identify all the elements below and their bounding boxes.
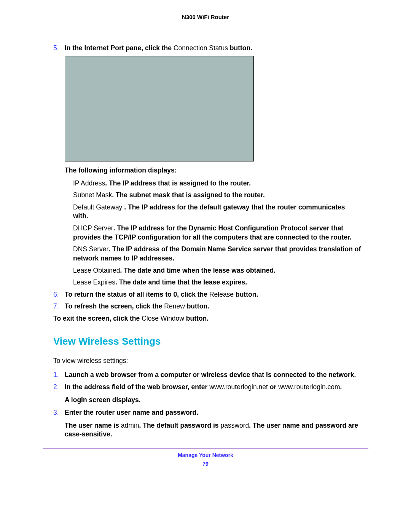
page-header-title: N300 WiFi Router	[38, 13, 373, 21]
step-number: 6.	[53, 290, 59, 299]
desc: . The subnet mask that is assigned to th…	[112, 191, 265, 199]
procedure-list-b: 1. Launch a web browser from a computer …	[53, 371, 362, 439]
exit-text: To exit the screen, click the	[53, 315, 142, 322]
desc: . The date and time that the lease expir…	[115, 278, 247, 286]
footer-divider	[43, 448, 368, 449]
bullet-dhcp: DHCP Server. The IP address for the Dyna…	[73, 224, 362, 242]
step-note: The user name is admin. The default pass…	[65, 421, 362, 439]
bullet-dns: DNS Server. The IP address of the Domain…	[73, 245, 362, 263]
exit-text: button.	[186, 315, 209, 322]
step-text: Launch a web browser from a computer or …	[65, 371, 356, 379]
term: DHCP Server	[73, 224, 113, 232]
desc: . The IP address that is assigned to the…	[105, 179, 251, 187]
desc: . The IP address of the Domain Name Serv…	[73, 245, 361, 262]
bullet-ip: IP Address. The IP address that is assig…	[73, 179, 362, 188]
step-text: user name and password.	[116, 409, 198, 416]
step-number: 7.	[53, 302, 59, 311]
note-text: password	[220, 422, 249, 429]
step-number: 5.	[53, 44, 59, 53]
step-text: Enter the router	[65, 409, 116, 416]
exit-instruction: To exit the screen, click the Close Wind…	[53, 314, 362, 323]
bullet-lease-expires: Lease Expires. The date and time that th…	[73, 278, 362, 287]
step-1: 1. Launch a web browser from a computer …	[53, 371, 362, 380]
screenshot-placeholder	[65, 56, 254, 161]
step-text: button.	[230, 44, 252, 52]
procedure-list-a: 5. In the Internet Port pane, click the …	[53, 44, 362, 311]
step-text: or	[270, 383, 278, 391]
step-3: 3. Enter the router user name and passwo…	[53, 408, 362, 439]
step-text: www.routerlogin.net	[209, 383, 270, 391]
step-text: .	[340, 383, 342, 391]
step-number: 2.	[53, 383, 59, 392]
info-bullets: IP Address. The IP address that is assig…	[73, 179, 362, 287]
bullet-gateway: Default Gateway . The IP address for the…	[73, 203, 362, 221]
step-text: Renew	[164, 302, 186, 310]
term: DNS Server	[73, 245, 108, 253]
term: Default Gateway	[73, 203, 124, 211]
step-text: In the address field of the web browser,	[65, 383, 191, 391]
page-footer: Manage Your Network 79	[38, 452, 373, 468]
step-5: 5. In the Internet Port pane, click the …	[53, 44, 362, 287]
step-text: To refresh the screen, click the	[65, 302, 164, 310]
term: Subnet Mask	[73, 191, 112, 199]
footer-chapter: Manage Your Network	[38, 452, 373, 459]
bullet-lease-obtained: Lease Obtained. The date and time when t…	[73, 266, 362, 275]
section-intro: To view wireless settings:	[53, 356, 362, 366]
step-number: 3.	[53, 408, 59, 417]
desc: . The IP address for the Dynamic Host Co…	[73, 224, 352, 241]
step-text: button.	[187, 302, 209, 310]
step-text: button.	[236, 291, 258, 298]
step-text: In the Internet Port pane, click the	[65, 44, 174, 52]
section-heading: View Wireless Settings	[53, 335, 362, 348]
step-text: Connection Status	[174, 44, 230, 52]
step-text: Release	[209, 291, 236, 298]
desc: . The date and time when the lease was o…	[120, 267, 276, 274]
note-text: . The default password is	[139, 422, 221, 429]
bullet-mask: Subnet Mask. The subnet mask that is ass…	[73, 191, 362, 200]
step-number: 1.	[53, 371, 59, 380]
info-displays-label: The following information displays:	[65, 166, 362, 175]
note-text: The user name is	[65, 422, 121, 429]
step-text: To return the status of all items to 0, …	[65, 291, 209, 298]
step-text: www.routerlogin.com	[278, 383, 340, 391]
term: Lease Obtained	[73, 267, 120, 274]
step-2: 2. In the address field of the web brows…	[53, 383, 362, 404]
document-page: N300 WiFi Router 5. In the Internet Port…	[0, 0, 411, 532]
exit-text: Close Window	[142, 315, 186, 322]
step-text: enter	[191, 383, 210, 391]
step-7: 7. To refresh the screen, click the Rene…	[53, 302, 362, 311]
note-text: admin	[121, 422, 139, 429]
term: IP Address	[73, 179, 105, 187]
footer-page-number: 79	[38, 460, 373, 468]
step-6: 6. To return the status of all items to …	[53, 290, 362, 299]
term: Lease Expires	[73, 278, 115, 286]
step-note: A login screen displays.	[65, 396, 362, 405]
